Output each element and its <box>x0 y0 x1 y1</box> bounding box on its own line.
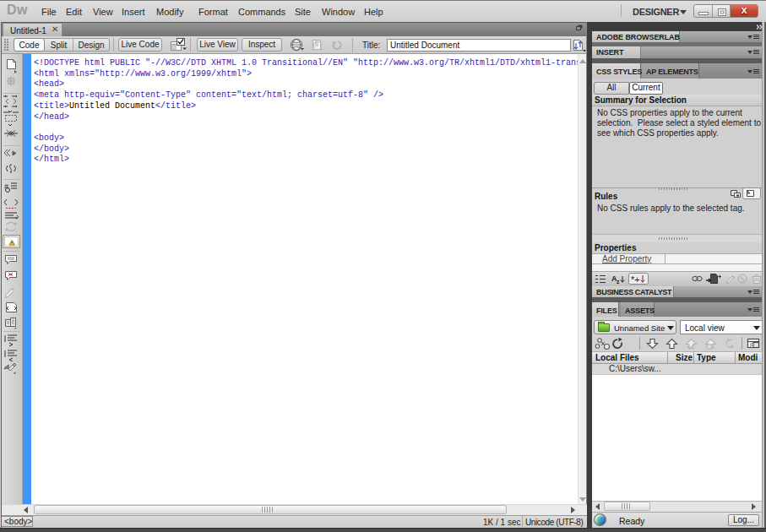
svg-text:#: # <box>4 182 8 191</box>
svg-text:z: z <box>617 279 620 285</box>
svg-text:*+: *+ <box>631 274 640 285</box>
